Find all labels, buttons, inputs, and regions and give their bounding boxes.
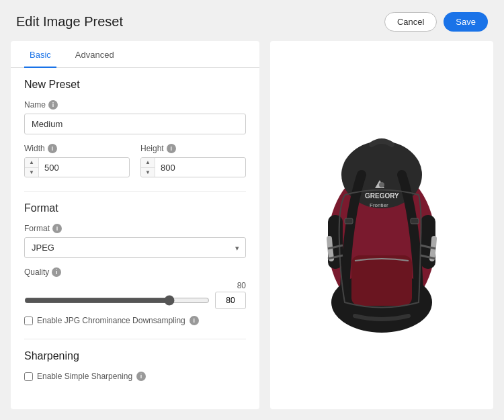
height-group: Height i ▲ ▼ [140, 144, 246, 177]
height-down-arrow[interactable]: ▼ [141, 167, 155, 177]
simple-sharpening-info-icon[interactable]: i [136, 372, 146, 381]
quality-label-row: Quality i [24, 267, 246, 277]
height-input[interactable] [155, 159, 245, 176]
format-label-row: Format i [24, 224, 246, 233]
sharpening-section-title: Sharpening [24, 350, 246, 362]
sharpening-section: Sharpening Enable Simple Sharpening i [11, 350, 259, 381]
divider-2 [24, 339, 246, 339]
width-down-arrow[interactable]: ▼ [25, 167, 38, 177]
right-panel: GREGORY Frontier [270, 41, 493, 409]
left-panel: Basic Advanced New Preset Name i [11, 41, 259, 409]
save-button[interactable]: Save [444, 12, 488, 32]
width-spinner: ▲ ▼ [24, 157, 130, 177]
name-label-row: Name i [24, 100, 246, 110]
height-spinner: ▲ ▼ [140, 157, 246, 177]
svg-text:Frontier: Frontier [370, 202, 388, 208]
quality-max-label: 80 [233, 281, 246, 290]
quality-info-icon[interactable]: i [52, 267, 61, 277]
tab-advanced[interactable]: Advanced [70, 42, 120, 68]
tab-basic[interactable]: Basic [24, 42, 56, 68]
page-title: Edit Image Preset [16, 14, 123, 30]
format-section-title: Format [24, 202, 246, 214]
divider-1 [24, 191, 246, 192]
height-label-row: Height i [140, 144, 246, 153]
header: Edit Image Preset Cancel Save [0, 0, 504, 41]
svg-rect-9 [411, 218, 419, 224]
width-arrows: ▲ ▼ [25, 158, 39, 177]
quality-top-row: 80 [24, 281, 246, 290]
width-info-icon[interactable]: i [48, 144, 57, 153]
width-label: Width [24, 144, 45, 153]
tabs: Basic Advanced [11, 41, 259, 68]
name-info-icon[interactable]: i [48, 100, 58, 110]
simple-sharpening-label: Enable Simple Sharpening [37, 372, 132, 381]
new-preset-section: New Preset Name i Width i [11, 79, 259, 177]
chrominance-info-icon[interactable]: i [190, 316, 199, 325]
name-label: Name [24, 100, 46, 110]
width-up-arrow[interactable]: ▲ [25, 158, 38, 167]
quality-label: Quality [24, 267, 49, 277]
slider-container [24, 295, 210, 306]
chrominance-row: Enable JPG Chrominance Downsampling i [24, 316, 246, 325]
quality-slider[interactable] [24, 295, 210, 306]
height-label: Height [140, 144, 164, 153]
format-select[interactable]: JPEG PNG GIF WebP [24, 237, 246, 258]
simple-sharpening-checkbox[interactable] [24, 372, 33, 381]
cancel-button[interactable]: Cancel [384, 12, 437, 32]
chrominance-label: Enable JPG Chrominance Downsampling [37, 316, 185, 325]
svg-text:GREGORY: GREGORY [365, 192, 399, 200]
format-label: Format [24, 224, 50, 233]
simple-sharpening-row: Enable Simple Sharpening i [24, 372, 246, 381]
height-info-icon[interactable]: i [167, 144, 176, 153]
format-section: Format Format i JPEG PNG GIF WebP ▾ [11, 202, 259, 325]
preset-section-title: New Preset [24, 79, 246, 91]
backpack-preview: GREGORY Frontier [308, 108, 456, 343]
width-label-row: Width i [24, 144, 130, 153]
format-select-wrapper: JPEG PNG GIF WebP ▾ [24, 237, 246, 258]
format-info-icon[interactable]: i [52, 224, 62, 233]
chrominance-checkbox[interactable] [24, 317, 33, 325]
quality-input[interactable] [215, 292, 246, 309]
quality-slider-row [24, 292, 246, 309]
preview-container: GREGORY Frontier [270, 41, 493, 409]
svg-rect-8 [345, 218, 353, 224]
height-up-arrow[interactable]: ▲ [141, 158, 155, 167]
header-buttons: Cancel Save [384, 12, 488, 32]
height-arrows: ▲ ▼ [141, 158, 155, 177]
svg-rect-5 [351, 255, 412, 306]
width-input[interactable] [39, 159, 128, 176]
width-group: Width i ▲ ▼ [24, 144, 130, 177]
name-input[interactable] [24, 114, 246, 134]
svg-point-10 [379, 182, 384, 187]
main-content: Basic Advanced New Preset Name i [0, 41, 504, 420]
